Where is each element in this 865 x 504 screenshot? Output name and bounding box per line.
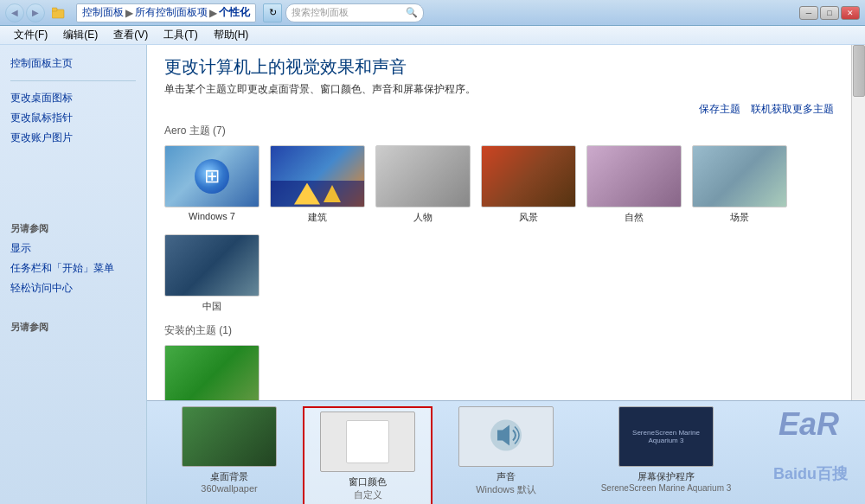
- theme-installed[interactable]: [164, 345, 260, 400]
- bottom-sublabel-windowcolor: 自定义: [354, 488, 382, 501]
- bottom-label-screensaver: 屏幕保护程序: [638, 470, 695, 483]
- menu-view[interactable]: 查看(V): [106, 26, 155, 44]
- bottom-thumb-sound: [458, 406, 554, 467]
- breadcrumb-part1[interactable]: 控制面板: [82, 5, 124, 20]
- watermark-area: EaR Baidu百搜: [761, 406, 848, 484]
- theme-jianzhu[interactable]: 建筑: [270, 145, 365, 224]
- window-color-square: [346, 420, 389, 463]
- breadcrumb: 控制面板 ▶ 所有控制面板项 ▶ 个性化: [76, 3, 256, 22]
- theme-label-zhongguo: 中国: [202, 300, 221, 313]
- sidebar-item-display[interactable]: 显示: [0, 239, 146, 258]
- breadcrumb-part3[interactable]: 个性化: [219, 5, 250, 20]
- theme-thumb-renren: [375, 145, 471, 207]
- ear-text: EaR: [778, 406, 839, 443]
- baidu-text: Baidu百搜: [773, 463, 848, 484]
- main-window: ◀ ▶ 控制面板 ▶ 所有控制面板项 ▶ 个性化 ↻ 搜索控制面板 🔍: [0, 0, 865, 504]
- installed-themes-grid: [164, 345, 834, 400]
- sidebar-section-2-label: 另请参阅: [0, 316, 146, 337]
- window-controls: ─ □ ✕: [799, 6, 860, 20]
- save-row: 保存主题 联机获取更多主题: [164, 102, 834, 117]
- aero-section-label: Aero 主题 (7): [164, 124, 834, 138]
- sidebar-item-home[interactable]: 控制面板主页: [0, 54, 146, 73]
- svg-rect-1: [52, 8, 57, 11]
- theme-thumb-installed: [164, 345, 260, 400]
- themes-area: 保存主题 联机获取更多主题 Aero 主题 (7) ⊞ Windows 7: [147, 102, 851, 400]
- menu-file[interactable]: 文件(F): [7, 26, 54, 44]
- bottom-label-sound: 声音: [497, 470, 516, 483]
- theme-changjing[interactable]: 场景: [692, 145, 787, 224]
- theme-zhongguo[interactable]: 中国: [164, 234, 260, 313]
- page-description: 单击某个主题立即更改桌面背景、窗口颜色、声音和屏幕保护程序。: [164, 82, 834, 97]
- installed-section-label: 安装的主题 (1): [164, 323, 834, 338]
- theme-win7[interactable]: ⊞ Windows 7: [164, 145, 260, 224]
- bottom-item-deskbg[interactable]: 桌面背景 360wallpaper: [164, 406, 294, 494]
- scrollbar-thumb[interactable]: [853, 45, 865, 97]
- save-theme-link[interactable]: 保存主题: [699, 102, 740, 117]
- minimize-button[interactable]: ─: [799, 6, 818, 20]
- bottom-sublabel-screensaver: SereneScreen Marine Aquarium 3: [601, 483, 732, 493]
- sidebar-section-2-title: 另请参阅: [0, 217, 146, 239]
- search-placeholder: 搜索控制面板: [292, 6, 404, 19]
- theme-fengjing[interactable]: 风景: [481, 145, 576, 224]
- scrollbar-track: [851, 45, 865, 400]
- sidebar-item-taskbar[interactable]: 任务栏和「开始」菜单: [0, 258, 146, 278]
- bottom-thumb-screensaver: SereneScreen Marine Aquarium 3: [618, 406, 714, 467]
- theme-thumb-zhongguo: [164, 234, 260, 297]
- screensaver-preview: SereneScreen Marine Aquarium 3: [619, 425, 713, 448]
- content-header: 更改计算机上的视觉效果和声音 单击某个主题立即更改桌面背景、窗口颜色、声音和屏幕…: [147, 45, 851, 102]
- sidebar-item-account-pic[interactable]: 更改账户图片: [0, 128, 146, 148]
- bottom-label-deskbg: 桌面背景: [210, 470, 248, 483]
- sidebar: 控制面板主页 更改桌面图标 更改鼠标指针 更改账户图片 另请参阅 显示 任务栏和…: [0, 45, 147, 504]
- menu-help[interactable]: 帮助(H): [207, 26, 256, 44]
- bottom-item-sound[interactable]: 声音 Windows 默认: [441, 406, 571, 496]
- bottom-item-windowcolor[interactable]: 窗口颜色 自定义: [303, 406, 432, 504]
- nav-buttons: ◀ ▶: [5, 3, 45, 22]
- theme-ziran[interactable]: 自然: [586, 145, 682, 224]
- theme-thumb-ziran: [586, 145, 682, 207]
- sidebar-divider-1: [10, 80, 136, 81]
- maximize-button[interactable]: □: [820, 6, 839, 20]
- bottom-sublabel-deskbg: 360wallpaper: [201, 483, 257, 494]
- theme-renren[interactable]: 人物: [375, 145, 471, 224]
- bottom-thumb-deskbg: [182, 406, 277, 467]
- theme-thumb-fengjing: [481, 145, 576, 207]
- win7-logo: ⊞: [195, 159, 229, 194]
- folder-icon: [52, 6, 66, 20]
- bottom-label-windowcolor: 窗口颜色: [349, 475, 387, 488]
- theme-thumb-win7: ⊞: [164, 145, 260, 207]
- bottom-sublabel-sound: Windows 默认: [476, 483, 536, 496]
- bottom-thumb-windowcolor: [320, 411, 415, 472]
- theme-thumb-jianzhu: [270, 145, 365, 207]
- title-bar: ◀ ▶ 控制面板 ▶ 所有控制面板项 ▶ 个性化 ↻ 搜索控制面板 🔍: [0, 0, 865, 26]
- page-title: 更改计算机上的视觉效果和声音: [164, 55, 834, 79]
- content-area: 更改计算机上的视觉效果和声音 单击某个主题立即更改桌面背景、窗口颜色、声音和屏幕…: [147, 45, 851, 400]
- theme-label-renren: 人物: [413, 211, 432, 224]
- menu-edit[interactable]: 编辑(E): [56, 26, 105, 44]
- sound-icon: [489, 418, 523, 453]
- breadcrumb-part2[interactable]: 所有控制面板项: [135, 5, 208, 20]
- search-icon: 🔍: [406, 7, 418, 18]
- aero-themes-grid: ⊞ Windows 7 建筑: [164, 145, 834, 224]
- forward-button[interactable]: ▶: [26, 3, 45, 22]
- theme-label-ziran: 自然: [625, 211, 644, 224]
- theme-label-jianzhu: 建筑: [308, 211, 327, 224]
- get-more-link[interactable]: 联机获取更多主题: [751, 102, 834, 117]
- second-themes-grid: 中国: [164, 234, 834, 313]
- close-button[interactable]: ✕: [841, 6, 860, 20]
- theme-thumb-changjing: [692, 145, 787, 207]
- sidebar-item-desktop-icon[interactable]: 更改桌面图标: [0, 88, 146, 108]
- search-bar[interactable]: 搜索控制面板 🔍: [285, 3, 424, 22]
- theme-label-fengjing: 风景: [519, 211, 538, 224]
- bottom-bar: 桌面背景 360wallpaper 窗口颜色 自定义: [147, 400, 865, 504]
- back-button[interactable]: ◀: [5, 3, 24, 22]
- title-bar-left: ◀ ▶ 控制面板 ▶ 所有控制面板项 ▶ 个性化 ↻ 搜索控制面板 🔍: [5, 3, 424, 22]
- sidebar-item-ease[interactable]: 轻松访问中心: [0, 278, 146, 298]
- bottom-item-screensaver[interactable]: SereneScreen Marine Aquarium 3 屏幕保护程序 Se…: [580, 406, 753, 493]
- menu-bar: 文件(F) 编辑(E) 查看(V) 工具(T) 帮助(H): [0, 26, 865, 45]
- sidebar-item-mouse-pointer[interactable]: 更改鼠标指针: [0, 108, 146, 128]
- menu-tools[interactable]: 工具(T): [157, 26, 204, 44]
- theme-label-changjing: 场景: [730, 211, 749, 224]
- theme-label-win7: Windows 7: [189, 211, 235, 221]
- refresh-button[interactable]: ↻: [263, 3, 282, 22]
